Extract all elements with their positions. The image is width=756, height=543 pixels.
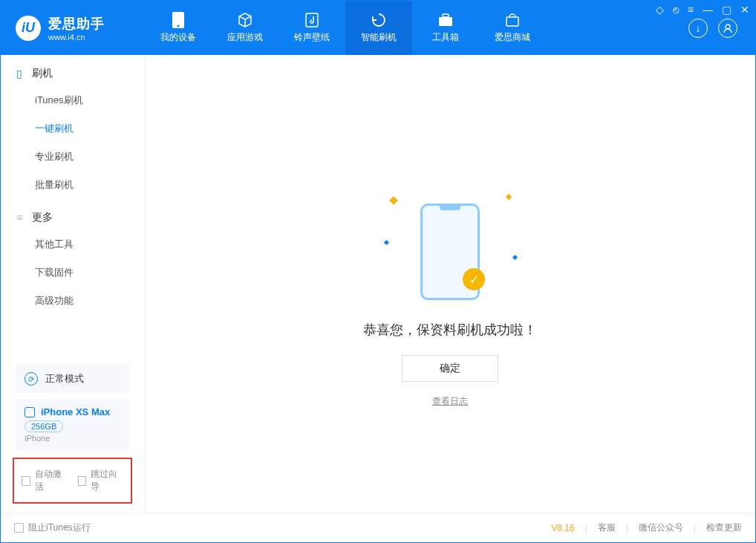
- logo: iU 爱思助手 www.i4.cn: [1, 1, 145, 55]
- status-bar: 阻止iTunes运行 V8.16 | 客服 | 微信公众号 | 检查更新: [1, 513, 755, 542]
- phone-small-icon: ▯: [14, 68, 25, 79]
- menu-icon[interactable]: ≡: [688, 4, 694, 16]
- download-icon: ↓: [696, 22, 701, 34]
- app-name: 爱思助手: [48, 15, 105, 33]
- window-controls: ◇ ⎋ ≡ — ▢ ✕: [656, 4, 749, 16]
- store-icon: [504, 12, 521, 28]
- app-header: iU 爱思助手 www.i4.cn 我的设备 应用游戏 铃声壁纸 智能刷机 工具…: [1, 1, 755, 55]
- sidebar-item-itunes-flash[interactable]: iTunes刷机: [1, 86, 144, 114]
- checkbox-auto-activate[interactable]: 自动激活: [22, 468, 68, 493]
- sidebar-group-flash: ▯ 刷机: [1, 55, 144, 86]
- sidebar-item-batch-flash[interactable]: 批量刷机: [1, 171, 144, 199]
- device-icon: [170, 12, 186, 28]
- sparkle-icon: [389, 196, 397, 204]
- user-button[interactable]: [718, 19, 737, 38]
- sidebar-item-download-firmware[interactable]: 下载固件: [1, 259, 144, 287]
- user-icon: [723, 23, 733, 33]
- sparkle-icon: [512, 255, 518, 260]
- skin-icon[interactable]: ◇: [656, 4, 664, 16]
- sidebar: ▯ 刷机 iTunes刷机 一键刷机 专业刷机 批量刷机 ≡ 更多 其他工具 下…: [1, 55, 145, 513]
- success-check-icon: ✓: [463, 268, 485, 290]
- sidebar-item-advanced[interactable]: 高级功能: [1, 287, 144, 315]
- mode-icon: ⟳: [25, 372, 38, 386]
- success-message: 恭喜您，保资料刷机成功啦！: [363, 321, 537, 339]
- cube-icon: [237, 12, 253, 28]
- checkbox-block-itunes[interactable]: 阻止iTunes运行: [14, 521, 91, 534]
- tab-my-device[interactable]: 我的设备: [145, 1, 212, 55]
- device-mode-label: 正常模式: [45, 372, 84, 386]
- pin-icon[interactable]: ⎋: [673, 4, 679, 16]
- app-url: www.i4.cn: [48, 33, 105, 42]
- logo-icon: iU: [16, 16, 41, 41]
- tab-toolbox[interactable]: 工具箱: [412, 1, 479, 55]
- refresh-shield-icon: [371, 12, 387, 28]
- close-button[interactable]: ✕: [740, 4, 749, 16]
- sparkle-icon: [506, 194, 512, 200]
- tab-store[interactable]: 爱思商城: [479, 1, 546, 55]
- check-update-link[interactable]: 检查更新: [706, 521, 742, 534]
- svg-point-1: [177, 25, 180, 27]
- ok-button[interactable]: 确定: [402, 355, 498, 382]
- list-small-icon: ≡: [14, 212, 25, 223]
- wechat-link[interactable]: 微信公众号: [639, 521, 683, 534]
- device-mode-card[interactable]: ⟳ 正常模式: [16, 365, 129, 393]
- sidebar-item-pro-flash[interactable]: 专业刷机: [1, 143, 144, 171]
- sidebar-item-oneclick-flash[interactable]: 一键刷机: [1, 114, 144, 143]
- svg-rect-5: [506, 17, 518, 26]
- svg-rect-3: [439, 17, 452, 26]
- customer-service-link[interactable]: 客服: [598, 521, 616, 534]
- view-log-link[interactable]: 查看日志: [432, 395, 468, 408]
- device-type: iPhone: [25, 434, 120, 443]
- phone-illustration: ✓: [420, 204, 480, 300]
- sidebar-group-more: ≡ 更多: [1, 199, 144, 230]
- device-storage: 256GB: [25, 420, 63, 432]
- download-button[interactable]: ↓: [688, 19, 708, 38]
- svg-rect-4: [443, 14, 449, 17]
- checkbox-skip-guide[interactable]: 跳过向导: [78, 468, 124, 493]
- tab-ringtone-wallpaper[interactable]: 铃声壁纸: [278, 1, 345, 55]
- device-small-icon: [25, 407, 35, 417]
- device-name: iPhone XS Max: [41, 406, 110, 417]
- main-tabs: 我的设备 应用游戏 铃声壁纸 智能刷机 工具箱 爱思商城: [145, 1, 546, 55]
- main-content: ✓ 恭喜您，保资料刷机成功啦！ 确定 查看日志: [145, 55, 755, 513]
- minimize-button[interactable]: —: [703, 4, 713, 16]
- sparkle-icon: [384, 240, 389, 245]
- version-label: V8.16: [551, 523, 574, 533]
- flash-options-highlight: 自动激活 跳过向导: [13, 458, 132, 504]
- music-icon: [304, 12, 320, 28]
- tab-smart-flash[interactable]: 智能刷机: [345, 1, 412, 55]
- toolbox-icon: [437, 12, 454, 28]
- maximize-button[interactable]: ▢: [722, 4, 731, 16]
- sidebar-item-other-tools[interactable]: 其他工具: [1, 230, 144, 259]
- device-card[interactable]: iPhone XS Max 256GB iPhone: [16, 399, 129, 450]
- tab-apps-games[interactable]: 应用游戏: [212, 1, 278, 55]
- svg-point-6: [726, 25, 730, 29]
